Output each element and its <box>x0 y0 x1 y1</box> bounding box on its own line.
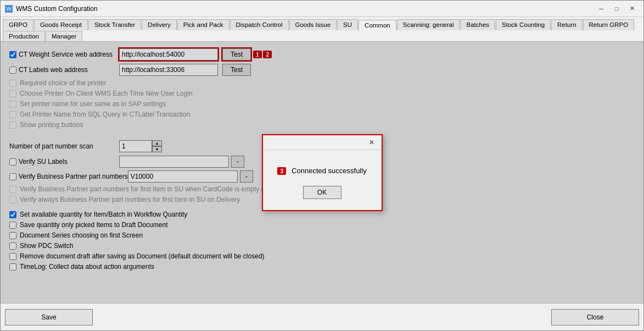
modal-title-bar: ✕ <box>263 135 382 150</box>
tab-dispatch-control[interactable]: Dispatch Control <box>230 19 289 30</box>
modal-annotation-3: 3 <box>277 167 292 175</box>
window-title: WMS Custom Configuration <box>16 5 98 13</box>
minimize-button[interactable]: ─ <box>594 4 608 14</box>
tab-goods-issue[interactable]: Goods Issue <box>289 19 337 30</box>
tab-su[interactable]: SU <box>337 19 358 30</box>
window-close-button[interactable]: ✕ <box>625 4 639 14</box>
tab-stock-transfer[interactable]: Stock Transfer <box>88 19 141 30</box>
modal-overlay: ✕ 3 Connected successfully OK <box>1 42 643 303</box>
title-bar-controls: ─ □ ✕ <box>594 4 639 14</box>
maximize-button[interactable]: □ <box>609 4 624 14</box>
main-window: W WMS Custom Configuration ─ □ ✕ GRPO Go… <box>0 0 644 331</box>
tab-pick-and-pack[interactable]: Pick and Pack <box>177 19 229 30</box>
footer: Save Close <box>1 303 643 330</box>
content-area: CT Weight Service web address Test 1 2 C… <box>1 42 643 303</box>
modal-ok-button[interactable]: OK <box>303 186 341 199</box>
tab-manager[interactable]: Manager <box>46 31 82 41</box>
tab-production[interactable]: Production <box>3 31 45 41</box>
tab-grpo[interactable]: GRPO <box>3 19 33 30</box>
modal-close-button[interactable]: ✕ <box>366 137 377 147</box>
save-button[interactable]: Save <box>5 309 93 326</box>
modal-content: 3 Connected successfully OK <box>263 150 382 210</box>
tab-stock-counting[interactable]: Stock Counting <box>496 19 551 30</box>
app-icon: W <box>5 5 13 13</box>
modal-box: ✕ 3 Connected successfully OK <box>262 134 383 211</box>
modal-message: 3 Connected successfully <box>274 167 371 175</box>
tab-common[interactable]: Common <box>359 20 396 31</box>
title-bar-left: W WMS Custom Configuration <box>5 5 98 13</box>
tab-batches[interactable]: Batches <box>460 19 495 30</box>
connected-successfully-text: Connected successfully <box>292 167 367 175</box>
tab-return[interactable]: Return <box>551 19 583 30</box>
tab-goods-receipt[interactable]: Goods Receipt <box>34 19 88 30</box>
title-bar: W WMS Custom Configuration ─ □ ✕ <box>1 1 643 17</box>
tab-return-grpo[interactable]: Return GRPO <box>583 19 635 30</box>
tab-scanning-general[interactable]: Scanning: general <box>397 19 460 30</box>
close-button[interactable]: Close <box>551 309 639 326</box>
tab-bar: GRPO Goods Receipt Stock Transfer Delive… <box>1 17 643 42</box>
tab-delivery[interactable]: Delivery <box>142 19 177 30</box>
annotation-3: 3 <box>277 167 286 175</box>
